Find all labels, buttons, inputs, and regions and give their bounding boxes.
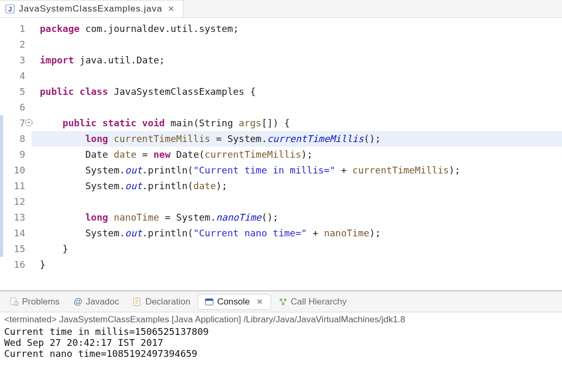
svg-text:J: J	[8, 6, 12, 13]
line-number: 15	[0, 241, 31, 257]
tab-console[interactable]: Console ✕	[198, 294, 271, 310]
tab-problems-label: Problems	[22, 297, 60, 307]
svg-point-13	[282, 302, 284, 305]
svg-point-11	[279, 298, 282, 301]
svg-line-14	[281, 301, 283, 303]
line-number: 6	[0, 100, 31, 115]
editor-tab-title: JavaSystemClassExamples.java	[19, 4, 163, 14]
code-line[interactable]: System.out.println("Current time in mill…	[31, 162, 562, 178]
tab-console-label: Console	[217, 297, 250, 307]
code-line[interactable]: public class JavaSystemClassExamples {	[31, 84, 562, 100]
line-number: 8	[0, 131, 31, 147]
javadoc-icon: @	[73, 297, 83, 307]
line-number: 14	[0, 225, 31, 241]
console-output: Current time in millis=1506525137809 Wed…	[4, 326, 558, 359]
code-line[interactable]: long currentTimeMillis = System.currentT…	[31, 131, 562, 147]
editor-area[interactable]: 1234567−8910111213141516 package com.jou…	[0, 18, 562, 290]
tab-javadoc-label: Javadoc	[86, 297, 119, 307]
line-number: 10	[0, 162, 31, 178]
problems-icon: !	[9, 297, 19, 307]
line-number: 12	[0, 194, 31, 210]
code-line[interactable]	[31, 100, 562, 115]
code-line[interactable]	[31, 68, 562, 84]
bottom-tabstrip: ! Problems @ Javadoc Decla	[0, 291, 562, 312]
line-number: 16	[0, 257, 31, 273]
run-description: <terminated> JavaSystemClassExamples [Ja…	[4, 314, 558, 325]
bottom-panel: ! Problems @ Javadoc Decla	[0, 290, 562, 392]
line-number-gutter: 1234567−8910111213141516	[0, 18, 31, 290]
svg-rect-10	[206, 299, 213, 301]
console-body[interactable]: <terminated> JavaSystemClassExamples [Ja…	[0, 312, 562, 392]
line-number: 4	[0, 68, 31, 84]
fold-toggle-icon[interactable]: −	[25, 119, 33, 126]
line-number: 5	[0, 84, 31, 100]
line-number: 3	[0, 52, 31, 68]
tab-javadoc[interactable]: @ Javadoc	[67, 295, 125, 309]
java-file-icon: J	[5, 4, 15, 14]
editor-tab[interactable]: J JavaSystemClassExamples.java ✕	[0, 0, 183, 17]
tab-problems[interactable]: ! Problems	[3, 295, 66, 309]
code-line[interactable]: import java.util.Date;	[31, 52, 562, 68]
line-number: 13	[0, 210, 31, 225]
svg-line-15	[283, 301, 285, 303]
svg-text:!: !	[16, 302, 17, 306]
code-line[interactable]: Date date = new Date(currentTimeMillis);	[31, 147, 562, 162]
tab-declaration[interactable]: Declaration	[126, 295, 197, 309]
code-line[interactable]: public static void main(String args[]) {	[31, 115, 562, 131]
code-line[interactable]	[31, 37, 562, 52]
declaration-icon	[133, 297, 142, 307]
code-line[interactable]: System.out.println(date);	[31, 178, 562, 194]
tab-call-hierarchy[interactable]: Call Hierarchy	[272, 295, 353, 309]
code-line[interactable]: }	[31, 241, 562, 257]
code-line[interactable]: System.out.println("Current nano time=" …	[31, 225, 562, 241]
code-content[interactable]: package com.journaldev.util.system;impor…	[31, 18, 562, 290]
ide-root: J JavaSystemClassExamples.java ✕ 1234567…	[0, 0, 562, 392]
line-number: 7−	[0, 115, 31, 131]
call-hierarchy-icon	[278, 297, 288, 307]
tab-declaration-label: Declaration	[145, 297, 190, 307]
close-icon[interactable]: ✕	[167, 4, 176, 14]
line-number: 9	[0, 147, 31, 162]
line-number: 11	[0, 178, 31, 194]
editor-tabstrip: J JavaSystemClassExamples.java ✕	[0, 0, 562, 18]
code-line[interactable]: long nanoTime = System.nanoTime();	[31, 210, 562, 225]
line-number: 2	[0, 37, 31, 52]
code-line[interactable]: }	[31, 257, 562, 273]
code-line[interactable]	[31, 194, 562, 210]
close-icon[interactable]: ✕	[255, 297, 264, 307]
tab-call-hierarchy-label: Call Hierarchy	[291, 297, 347, 307]
line-number: 1	[0, 21, 31, 37]
console-icon	[204, 297, 214, 307]
code-line[interactable]: package com.journaldev.util.system;	[31, 21, 562, 37]
svg-point-12	[284, 298, 286, 301]
